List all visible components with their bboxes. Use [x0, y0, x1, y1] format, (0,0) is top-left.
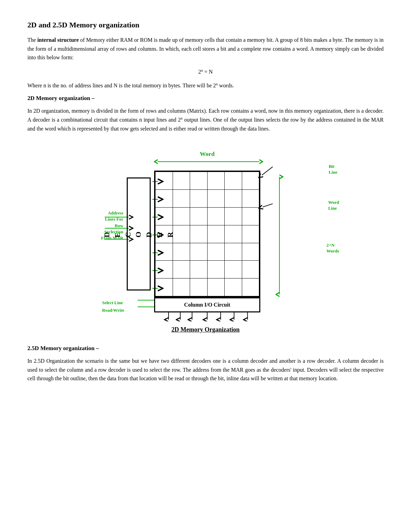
read-write-label: Read/Write	[102, 308, 124, 313]
formula-note: Where n is the no. of address lines and …	[27, 81, 384, 90]
page-title: 2D and 2.5D Memory organization	[27, 21, 384, 29]
svg-line-13	[263, 204, 273, 207]
svg-line-12	[262, 167, 273, 175]
words-label: 2^NWords	[326, 243, 339, 254]
section-25d-paragraph: In 2.5D Organization the scenario is the…	[27, 357, 384, 383]
decoder-box: DECODER	[127, 177, 151, 290]
word-line-label: WordLine	[328, 200, 339, 211]
svg-text:Word: Word	[200, 150, 214, 157]
section-25d-title: 2.5D Memory organization –	[27, 345, 384, 352]
memory-grid	[154, 171, 260, 297]
section-2d-title: 2D Memory organization –	[27, 95, 384, 102]
col-io-label: Column I/O Circuit	[184, 302, 231, 308]
column-io-box: Column I/O Circuit	[154, 297, 260, 312]
intro-paragraph: The internal structure of Memory either …	[27, 36, 384, 62]
address-label: AddressLines ForRowSeclectionFrom MAR	[98, 210, 123, 241]
select-line-label: Select Line	[102, 300, 123, 306]
memory-diagram: Word	[27, 143, 384, 321]
diagram-caption: 2D Memory Organization	[27, 325, 384, 335]
formula: 2n = N	[27, 68, 384, 75]
section-2d-paragraph: In 2D organization, memory is divided in…	[27, 107, 384, 133]
bit-line-label: BitLine	[329, 164, 337, 175]
